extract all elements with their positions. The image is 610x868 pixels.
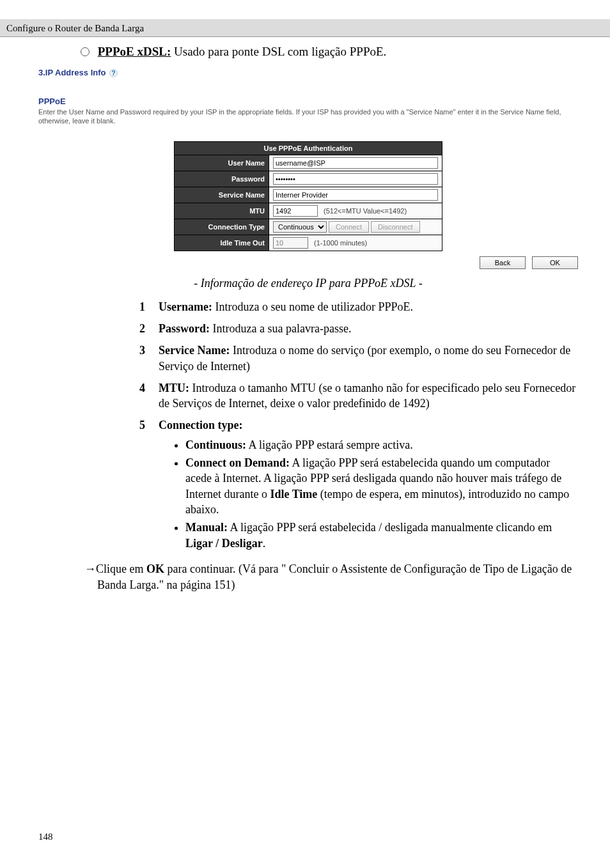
arrow-icon: → (84, 562, 96, 575)
connect-button[interactable]: Connect (329, 221, 369, 233)
section-title: 3.IP Address Info ? (38, 68, 578, 77)
step-mtu: MTU: Introduza o tamanho MTU (se o taman… (139, 380, 578, 412)
password-input[interactable] (273, 173, 438, 185)
step-username: Username: Introduza o seu nome de utiliz… (139, 299, 578, 314)
mtu-hint: (512<=MTU Value<=1492) (324, 207, 407, 215)
pppoe-auth-panel: Use PPPoE Authentication User Name Passw… (174, 141, 442, 251)
idle-timeout-label: Idle Time Out (175, 235, 269, 251)
conn-manual: Manual: A ligação PPP será estabelecida … (185, 520, 578, 551)
figure-caption: - Informação de endereço IP para PPPoE x… (38, 277, 578, 290)
connection-type-select[interactable]: Continuous (273, 221, 327, 233)
connection-type-label: Connection Type (175, 219, 269, 235)
radio-icon (81, 47, 90, 56)
pppoe-heading: PPPoE (38, 97, 578, 106)
panel-header: Use PPPoE Authentication (175, 141, 442, 155)
breadcrumb: Configure o Router de Banda Larga (0, 19, 610, 37)
step-connection-type: Connection type: Continuous: A ligação P… (139, 417, 578, 550)
conn-on-demand: Connect on Demand: A ligação PPP será es… (185, 455, 578, 517)
step-service-name: Service Name: Introduza o nome do serviç… (139, 343, 578, 374)
closing-instruction: →Clique em OK para continuar. (Vá para "… (84, 561, 578, 593)
idle-hint: (1-1000 minutes) (314, 239, 367, 247)
service-name-label: Service Name (175, 187, 269, 203)
username-label: User Name (175, 155, 269, 171)
service-name-input[interactable] (273, 189, 438, 201)
idle-timeout-input[interactable] (273, 237, 308, 249)
mtu-label: MTU (175, 203, 269, 219)
conn-continuous: Continuous: A ligação PPP estará sempre … (185, 437, 578, 453)
mtu-input[interactable] (273, 205, 318, 217)
intro-text: Enter the User Name and Password require… (38, 107, 578, 126)
option-label: PPPoE xDSL: (98, 45, 171, 58)
back-button[interactable]: Back (480, 256, 526, 269)
username-input[interactable] (273, 157, 438, 169)
option-pppoe-xdsl: PPPoE xDSL: Usado para ponte DSL com lig… (81, 45, 578, 59)
page-number: 148 (38, 832, 53, 842)
option-desc: Usado para ponte DSL com ligação PPPoE. (171, 45, 386, 58)
ok-button[interactable]: OK (532, 256, 578, 269)
disconnect-button[interactable]: Disconnect (371, 221, 419, 233)
password-label: Password (175, 171, 269, 187)
step-password: Password: Introduza a sua palavra-passe. (139, 321, 578, 336)
help-icon[interactable]: ? (109, 69, 118, 77)
